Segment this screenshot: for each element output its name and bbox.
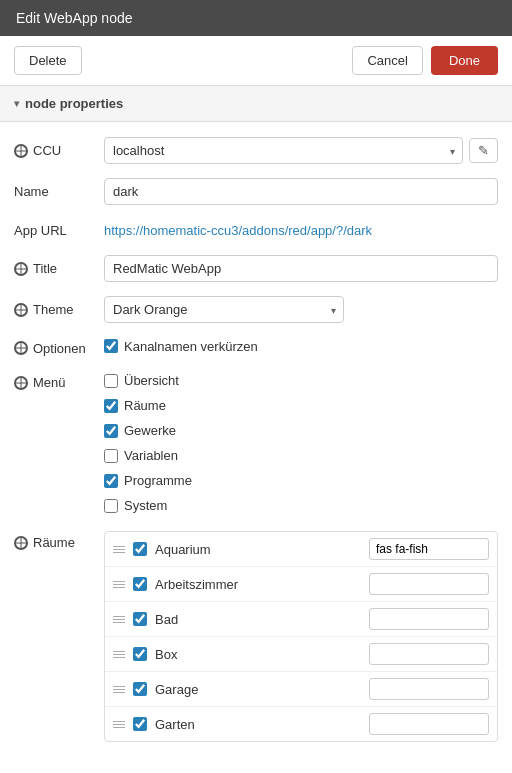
ccu-row: CCU localhost ▾ ✎ — [0, 130, 512, 171]
appurl-label: App URL — [14, 223, 67, 238]
title-globe-icon — [14, 262, 28, 276]
theme-globe-icon — [14, 303, 28, 317]
delete-button[interactable]: Delete — [14, 46, 82, 75]
theme-label-wrap: Theme — [14, 302, 104, 317]
menu-item: Räume — [104, 398, 498, 413]
drag-handle-icon[interactable] — [113, 581, 125, 588]
raume-globe-icon — [14, 536, 28, 550]
drag-handle-icon[interactable] — [113, 686, 125, 693]
cancel-button[interactable]: Cancel — [352, 46, 422, 75]
menu-checkbox-1[interactable] — [104, 399, 118, 413]
menu-label: Menü — [33, 375, 66, 390]
raume-name-0: Aquarium — [155, 542, 361, 557]
raume-icon-input-5[interactable] — [369, 713, 489, 735]
menu-item: Variablen — [104, 448, 498, 463]
optionen-label-wrap: Optionen — [14, 341, 104, 356]
menu-item: Gewerke — [104, 423, 498, 438]
toolbar: Delete Cancel Done — [0, 36, 512, 86]
raume-name-1: Arbeitszimmer — [155, 577, 361, 592]
menu-label-4: Programme — [124, 473, 192, 488]
raume-item: Garten — [105, 707, 497, 741]
raume-item: Arbeitszimmer — [105, 567, 497, 602]
theme-label: Theme — [33, 302, 73, 317]
name-label: Name — [14, 184, 49, 199]
raume-name-5: Garten — [155, 717, 361, 732]
title-input[interactable] — [104, 255, 498, 282]
menu-label-5: System — [124, 498, 167, 513]
menu-checkbox-3[interactable] — [104, 449, 118, 463]
raume-checkbox-2[interactable] — [133, 612, 147, 626]
name-input[interactable] — [104, 178, 498, 205]
ccu-label-wrap: CCU — [14, 143, 104, 158]
drag-handle-icon[interactable] — [113, 616, 125, 623]
raume-icon-input-4[interactable] — [369, 678, 489, 700]
optionen-globe-icon — [14, 341, 28, 355]
raume-label-wrap: Räume — [14, 531, 104, 550]
title-bar: Edit WebApp node — [0, 0, 512, 36]
optionen-label: Optionen — [33, 341, 86, 356]
done-button[interactable]: Done — [431, 46, 498, 75]
menu-item: Übersicht — [104, 373, 498, 388]
name-label-wrap: Name — [14, 184, 104, 199]
title-bar-label: Edit WebApp node — [16, 10, 133, 26]
raume-label: Räume — [33, 535, 75, 550]
section-chevron-icon: ▾ — [14, 98, 19, 109]
optionen-checkbox[interactable] — [104, 339, 118, 353]
raume-item: Box — [105, 637, 497, 672]
menu-options-wrap: ÜbersichtRäumeGewerkeVariablenProgrammeS… — [104, 373, 498, 517]
menu-label-1: Räume — [124, 398, 166, 413]
drag-handle-icon[interactable] — [113, 546, 125, 553]
section-header[interactable]: ▾ node properties — [0, 86, 512, 122]
pencil-icon: ✎ — [478, 143, 489, 158]
raume-checkbox-0[interactable] — [133, 542, 147, 556]
optionen-value-wrap: Kanalnamen verkürzen — [104, 339, 498, 358]
menu-item: System — [104, 498, 498, 513]
theme-select[interactable]: Dark OrangeLightDarkDefault — [104, 296, 344, 323]
raume-checkbox-3[interactable] — [133, 647, 147, 661]
menu-globe-icon — [14, 376, 28, 390]
appurl-label-wrap: App URL — [14, 223, 104, 238]
title-value-wrap — [104, 255, 498, 282]
title-row: Title — [0, 248, 512, 289]
menu-checkbox-0[interactable] — [104, 374, 118, 388]
raume-icon-input-3[interactable] — [369, 643, 489, 665]
raume-checkbox-1[interactable] — [133, 577, 147, 591]
raume-icon-input-2[interactable] — [369, 608, 489, 630]
menu-item: Programme — [104, 473, 498, 488]
ccu-select[interactable]: localhost — [104, 137, 463, 164]
name-row: Name — [0, 171, 512, 212]
menu-checkbox-5[interactable] — [104, 499, 118, 513]
raume-item: Aquarium — [105, 532, 497, 567]
menu-checkbox-2[interactable] — [104, 424, 118, 438]
menu-label-3: Variablen — [124, 448, 178, 463]
ccu-edit-button[interactable]: ✎ — [469, 138, 498, 163]
ccu-select-wrap: localhost ▾ — [104, 137, 463, 164]
theme-row: Theme Dark OrangeLightDarkDefault ▾ — [0, 289, 512, 330]
menu-label-2: Gewerke — [124, 423, 176, 438]
raume-name-4: Garage — [155, 682, 361, 697]
raume-row: Räume AquariumArbeitszimmerBadBoxGarageG… — [0, 524, 512, 749]
toolbar-right: Cancel Done — [352, 46, 498, 75]
ccu-label: CCU — [33, 143, 61, 158]
section-label: node properties — [25, 96, 123, 111]
appurl-link[interactable]: https://homematic-ccu3/addons/red/app/?/… — [104, 223, 372, 238]
appurl-row: App URL https://homematic-ccu3/addons/re… — [0, 212, 512, 248]
menu-row: Menü ÜbersichtRäumeGewerkeVariablenProgr… — [0, 366, 512, 524]
raume-checkbox-4[interactable] — [133, 682, 147, 696]
menu-label-0: Übersicht — [124, 373, 179, 388]
title-label-wrap: Title — [14, 261, 104, 276]
ccu-globe-icon — [14, 144, 28, 158]
appurl-value-wrap: https://homematic-ccu3/addons/red/app/?/… — [104, 222, 498, 238]
drag-handle-icon[interactable] — [113, 721, 125, 728]
raume-checkbox-5[interactable] — [133, 717, 147, 731]
menu-label-wrap: Menü — [14, 373, 104, 390]
raume-name-2: Bad — [155, 612, 361, 627]
menu-checkbox-4[interactable] — [104, 474, 118, 488]
ccu-value-wrap: localhost ▾ ✎ — [104, 137, 498, 164]
raume-icon-input-1[interactable] — [369, 573, 489, 595]
theme-value-wrap: Dark OrangeLightDarkDefault ▾ — [104, 296, 498, 323]
raume-icon-input-0[interactable] — [369, 538, 489, 560]
raume-table: AquariumArbeitszimmerBadBoxGarageGarten — [104, 531, 498, 742]
drag-handle-icon[interactable] — [113, 651, 125, 658]
raume-item: Garage — [105, 672, 497, 707]
